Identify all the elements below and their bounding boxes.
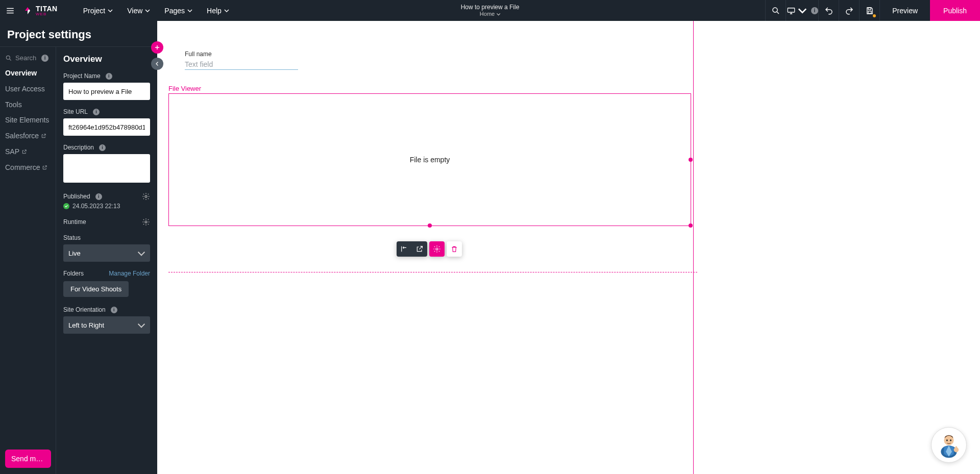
info-icon: i: [99, 144, 106, 151]
top-menu: Project View Pages Help: [83, 7, 229, 15]
trash-icon: [450, 245, 458, 253]
svg-rect-14: [955, 446, 958, 449]
field-project-name: Project Namei: [63, 72, 150, 100]
menu-help[interactable]: Help: [207, 7, 229, 15]
panel-heading: Overview: [63, 54, 150, 64]
nav-user-access[interactable]: User Access: [5, 85, 56, 93]
nav-sap[interactable]: SAP: [5, 147, 56, 156]
nav-sap-label: SAP: [5, 147, 19, 156]
nav-salesforce[interactable]: Salesforce: [5, 132, 56, 140]
nav-overview-label: Overview: [5, 69, 37, 78]
status-select[interactable]: Live: [63, 244, 150, 262]
redo-button[interactable]: [839, 0, 859, 21]
overview-panel: Overview Project Namei Site URLi Descrip…: [56, 47, 157, 474]
document-name: How to preview a File: [461, 4, 520, 11]
field-description: Descriptioni: [63, 144, 150, 184]
search-button[interactable]: [765, 0, 786, 21]
canvas-full-name-field[interactable]: Full name: [185, 51, 298, 70]
menu-view[interactable]: View: [127, 7, 150, 15]
orientation-value: Left to Right: [68, 321, 104, 329]
project-name-input[interactable]: [63, 83, 150, 100]
file-viewer-box[interactable]: File is empty: [168, 93, 691, 226]
top-bar: TITAN WEB Project View Pages Help How to…: [0, 0, 980, 21]
undo-icon: [824, 6, 834, 15]
description-label: Description: [63, 144, 94, 151]
svg-point-4: [6, 56, 10, 59]
nav-site-elements[interactable]: Site Elements: [5, 116, 56, 124]
gear-icon[interactable]: [142, 218, 150, 226]
undo-button[interactable]: [818, 0, 839, 21]
published-row: Publishedi: [63, 192, 150, 201]
gear-icon[interactable]: [142, 192, 150, 201]
chevron-left-icon: [154, 61, 160, 67]
canvas-page: Full name File Viewer File is empty: [164, 21, 980, 474]
orientation-select[interactable]: Left to Right: [63, 316, 150, 334]
menu-project[interactable]: Project: [83, 7, 113, 15]
nav-commerce[interactable]: Commerce: [5, 163, 56, 172]
top-right-actions: i Preview Publish: [765, 0, 980, 21]
nav-salesforce-label: Salesforce: [5, 132, 39, 140]
full-name-input[interactable]: [185, 59, 298, 70]
collapse-panel-button[interactable]: [151, 58, 163, 70]
chevron-down-icon: [145, 8, 150, 13]
align-button[interactable]: [397, 241, 412, 257]
svg-rect-1: [788, 8, 795, 12]
help-mascot[interactable]: [931, 427, 967, 463]
project-name-label: Project Name: [63, 72, 101, 80]
menu-toggle[interactable]: [0, 0, 20, 21]
logo-subtext: WEB: [36, 12, 58, 16]
field-orientation: Site Orientationi Left to Right: [63, 306, 150, 334]
status-label: Status: [63, 234, 81, 241]
menu-pages[interactable]: Pages: [164, 7, 192, 15]
element-toolbar: [397, 241, 462, 257]
runtime-row: Runtime: [63, 218, 150, 226]
add-element-button[interactable]: [151, 41, 163, 54]
logo-text: TITAN: [36, 5, 58, 12]
site-url-input[interactable]: [63, 118, 150, 136]
info-icon: i: [41, 55, 48, 62]
menu-project-label: Project: [83, 7, 106, 15]
file-viewer-empty-text: File is empty: [410, 156, 450, 164]
field-site-url: Site URLi: [63, 108, 150, 136]
document-title: How to preview a File Home: [461, 4, 520, 18]
element-settings-button[interactable]: [429, 241, 445, 257]
open-external-button[interactable]: [412, 241, 427, 257]
nav-overview[interactable]: Overview: [5, 69, 56, 78]
document-page-label: Home: [480, 11, 495, 17]
canvas[interactable]: Full name File Viewer File is empty: [157, 21, 980, 474]
logo[interactable]: TITAN WEB: [20, 5, 65, 16]
mascot-icon: [934, 430, 964, 460]
chevron-down-icon: [224, 8, 229, 13]
description-input[interactable]: [63, 154, 150, 183]
logo-icon: [22, 6, 33, 16]
send-message-button[interactable]: Send mes…: [5, 450, 51, 468]
file-viewer-element[interactable]: File Viewer File is empty: [168, 85, 691, 243]
published-date-row: 24.05.2023 22:13: [63, 203, 150, 210]
delete-element-button[interactable]: [447, 241, 462, 257]
preview-button[interactable]: Preview: [879, 0, 930, 21]
viewport-selector[interactable]: i: [786, 0, 818, 21]
sidebar-nav: Search i Overview User Access Tools Site…: [0, 47, 56, 474]
align-left-icon: [400, 245, 408, 253]
full-name-label: Full name: [185, 51, 298, 58]
manage-folder-link[interactable]: Manage Folder: [109, 270, 150, 277]
publish-button[interactable]: Publish: [930, 0, 980, 21]
resize-handle-right[interactable]: [689, 158, 693, 162]
folders-row: Folders Manage Folder: [63, 270, 150, 277]
orientation-label: Site Orientation: [63, 306, 106, 313]
sidebar: Project settings Search i Overview User …: [0, 21, 157, 474]
search-icon: [771, 6, 780, 15]
svg-rect-2: [868, 8, 871, 10]
preview-label: Preview: [892, 7, 918, 15]
nav-tools[interactable]: Tools: [5, 101, 56, 109]
document-page-selector[interactable]: Home: [461, 11, 520, 17]
folder-chip[interactable]: For Video Shoots: [63, 281, 129, 297]
chevron-down-icon: [496, 12, 500, 16]
sidebar-search[interactable]: Search i: [5, 54, 56, 62]
save-button[interactable]: [859, 0, 879, 21]
resize-handle-corner[interactable]: [689, 223, 693, 228]
nav-commerce-label: Commerce: [5, 163, 40, 172]
resize-handle-bottom[interactable]: [428, 223, 432, 228]
gear-icon: [433, 245, 441, 253]
folders-label: Folders: [63, 270, 84, 277]
